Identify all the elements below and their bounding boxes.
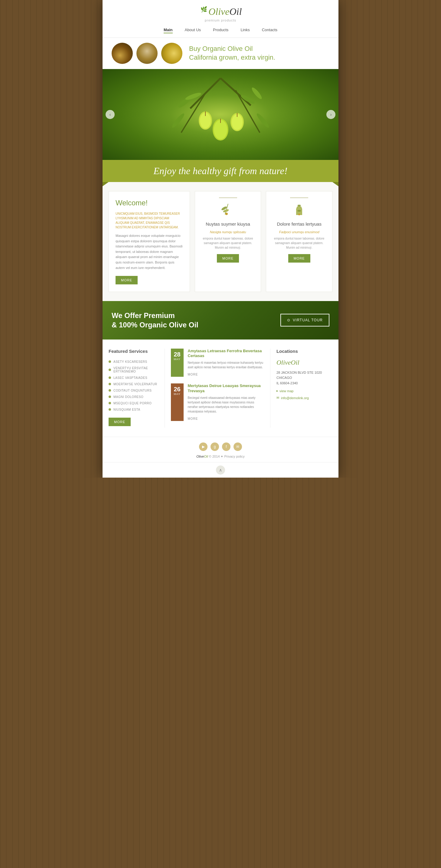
services-more-button[interactable]: MORE (109, 417, 131, 426)
social-icon-facebook[interactable]: f (222, 442, 231, 451)
welcome-body: Masagni dolores eoque voluptate mseguici… (115, 233, 183, 271)
scroll-top-button[interactable]: ∧ (216, 465, 225, 474)
services-title: Featured Services (109, 349, 159, 354)
hero-image: ‹ › (103, 69, 338, 160)
olive-branch-icon (220, 202, 236, 217)
ribbon-text: Enjoy the healthy gift from nature! (103, 165, 338, 177)
service-dot-5 (109, 389, 111, 392)
service-item-4: MOERTAYSE VIOLERNATUR (109, 381, 159, 388)
premium-headline: We Offer Premium& 100% Organic Olive Oil (112, 311, 198, 330)
header: 🌿 OliveOil premium products Main About U… (103, 0, 338, 38)
service-item-7: MSEQUCI EQUE PORRO (109, 400, 159, 406)
view-map-link[interactable]: ▸ view map (276, 389, 332, 393)
location-logo: OliveOil (276, 359, 332, 367)
news-more-1[interactable]: MORE (188, 373, 198, 376)
next-arrow[interactable]: › (326, 110, 335, 119)
feature2-title: Dolore ferrtas lertyuas (271, 221, 327, 227)
nav-item-main[interactable]: Main (164, 28, 173, 33)
news-date-2: 26 MAY (171, 383, 183, 421)
news-title-1: Amytasas Letraesas Ferrofra Bevertasa Ce… (188, 349, 264, 359)
news-title-2: Mertytasas Deirue Loauyas Smeraysua Trev… (188, 383, 264, 394)
news-month-2: MAY (172, 393, 182, 396)
news-text-2: Beciegal riverti vitaassaead dertuyasas … (188, 396, 264, 414)
scroll-top-bar: ∧ (103, 462, 338, 477)
feature2-body: empora duntut kaser laboreas. dolore sam… (271, 236, 327, 250)
svg-point-25 (298, 214, 300, 215)
map-icon: ▸ (276, 389, 278, 393)
service-item-2: VENERTYU ERSVITAE ERTYASNEMO (109, 365, 159, 375)
service-dot-6 (109, 396, 111, 398)
service-list: ASETY KSCARESERS VENERTYU ERSVITAE ERTYA… (109, 359, 159, 413)
news-day-1: 28 (172, 351, 182, 358)
featured-services: Featured Services ASETY KSCARESERS VENER… (109, 349, 159, 428)
thumbnail-3[interactable] (161, 43, 182, 64)
cards-section: Welcome! UNICMQUAM EIUS, BASMODI TEMUREA… (103, 182, 338, 301)
svg-rect-23 (298, 205, 301, 207)
feature1-body: empora duntut kaser laboreas. dolore sam… (200, 236, 256, 250)
service-item-8: NIUSQUAM ESTA (109, 406, 159, 413)
service-dot-3 (109, 376, 111, 379)
prev-arrow[interactable]: ‹ (106, 110, 115, 119)
privacy-link[interactable]: Privacy policy (225, 455, 245, 458)
welcome-card: Welcome! UNICMQUAM EIUS, BASMODI TEMUREA… (109, 191, 190, 292)
svg-point-9 (255, 112, 270, 129)
location-address: 28 JACKSON BLVD STE 1020CHICAGOIL 60604-… (276, 370, 332, 386)
news-month-1: MAY (172, 358, 182, 361)
social-icon-google[interactable]: g (210, 442, 219, 451)
news-text-1: Nertyase rti masertas lertyuo mtreasse k… (188, 361, 264, 370)
svg-point-8 (171, 112, 185, 129)
email-link[interactable]: ✉ info@demolink.org (276, 396, 332, 400)
nav-item-products[interactable]: Products (213, 28, 228, 33)
social-icon-email[interactable]: ✉ (234, 442, 242, 451)
welcome-more-button[interactable]: MORE (115, 276, 138, 284)
nav-item-contacts[interactable]: Contacts (262, 28, 277, 33)
ribbon-banner: Enjoy the healthy gift from nature! (103, 160, 338, 182)
slider-preview: Buy Organic Olive Oil California grown, … (103, 38, 338, 69)
cards-row: Welcome! UNICMQUAM EIUS, BASMODI TEMUREA… (109, 191, 332, 292)
feature2-more-button[interactable]: MORE (288, 254, 310, 262)
nav-item-links[interactable]: Links (240, 28, 249, 33)
bottom-section: Featured Services ASETY KSCARESERS VENER… (103, 340, 338, 437)
thumbnail-1[interactable] (112, 43, 133, 64)
service-dot-7 (109, 402, 111, 404)
service-dot-2 (109, 369, 111, 371)
news-more-2[interactable]: MORE (188, 417, 198, 421)
ribbon-left-end (103, 182, 109, 186)
social-icon-twitter[interactable]: ▶ (199, 442, 207, 451)
service-dot-4 (109, 383, 111, 385)
thumbnail-2[interactable] (136, 43, 158, 64)
welcome-title: Welcome! (115, 199, 183, 207)
feature1-accent: Nasigta numqu splissatu (200, 230, 256, 234)
virtual-tour-button[interactable]: ⊙ VIRTUAL TOUR (280, 314, 329, 327)
feature-card-2: Dolore ferrtas lertyuas Fadpoci unumqu e… (266, 191, 332, 292)
copyright-year: © 2014 ✦ (209, 455, 225, 458)
service-dot-8 (109, 408, 111, 411)
virtual-tour-label: VIRTUAL TOUR (293, 318, 323, 322)
bottle-icon (292, 202, 307, 217)
svg-point-22 (225, 213, 228, 215)
news-content-2: Mertytasas Deirue Loauyas Smeraysua Trev… (188, 383, 264, 421)
news-content-1: Amytasas Letraesas Ferrofra Bevertasa Ce… (188, 349, 264, 377)
news-item-1: 28 MAY Amytasas Letraesas Ferrofra Bever… (171, 349, 264, 377)
nav-item-about[interactable]: About Us (185, 28, 201, 33)
locations-column: Locations OliveOil 28 JACKSON BLVD STE 1… (270, 349, 332, 428)
svg-point-7 (250, 86, 263, 100)
logo-text: OliveOil (208, 6, 242, 17)
feature2-accent: Fadpoci unumqu enusimod (271, 230, 327, 234)
service-item-6: MAGNI DOLORESO (109, 394, 159, 400)
svg-line-1 (220, 78, 251, 105)
slider-headline: Buy Organic Olive Oil California grown, … (189, 44, 329, 62)
news-column: 28 MAY Amytasas Letraesas Ferrofra Bever… (165, 349, 264, 428)
news-item-2: 26 MAY Mertytasas Deirue Loauyas Smerays… (171, 383, 264, 421)
welcome-highlight: UNICMQUAM EIUS, BASMODI TEMUREASER LYHSM… (115, 211, 183, 229)
feature-card-1: Nuytas suymer kiuysa Nasigta numqu splis… (195, 191, 261, 292)
play-icon: ⊙ (287, 318, 291, 322)
olive-illustration (145, 72, 296, 157)
feature1-more-button[interactable]: MORE (217, 254, 239, 262)
news-date-1: 28 MAY (171, 349, 183, 377)
leaf-icon: 🌿 (201, 6, 207, 13)
premium-section: We Offer Premium& 100% Organic Olive Oil… (103, 301, 338, 339)
page-wrapper: 🌿 OliveOil premium products Main About U… (103, 0, 338, 477)
email-icon: ✉ (276, 396, 279, 400)
slider-text: Buy Organic Olive Oil California grown, … (186, 44, 329, 62)
